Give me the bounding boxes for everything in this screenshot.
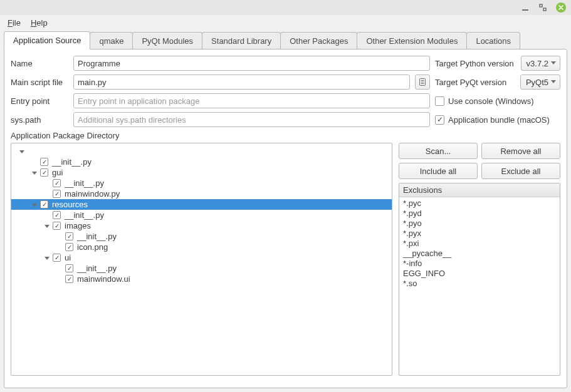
tree-node-label: __init__.py (63, 178, 104, 188)
window-titlebar (0, 0, 571, 15)
entry-point-label: Entry point (11, 96, 68, 106)
tree-node-label: __init__.py (63, 210, 104, 220)
tree-row[interactable]: __init__.py (11, 231, 392, 242)
tab-qmake[interactable]: qmake (90, 32, 133, 49)
tree-row[interactable]: mainwindow.py (11, 188, 392, 199)
app-bundle-label: Application bundle (macOS) (448, 115, 560, 125)
tree-row[interactable]: __init__.py (11, 157, 392, 167)
entry-point-input[interactable] (73, 93, 430, 108)
menu-help[interactable]: Help (27, 17, 51, 29)
exclusion-item[interactable]: __pycache__ (403, 249, 556, 259)
target-pyqt-value: PyQt5 (526, 78, 548, 87)
tree-node-checkbox[interactable] (53, 190, 61, 198)
sys-path-label: sys.path (11, 115, 68, 125)
tree-row[interactable]: gui (11, 167, 392, 178)
tree-row[interactable]: images (11, 220, 392, 231)
exclusion-item[interactable]: *.pyd (403, 209, 556, 219)
menu-bar: File Help (0, 15, 571, 30)
tree-node-checkbox[interactable] (65, 232, 73, 240)
name-input[interactable] (73, 56, 430, 71)
scan-button[interactable]: Scan... (399, 143, 478, 159)
browse-main-script-button[interactable] (415, 75, 430, 90)
tree-node-checkbox[interactable] (53, 211, 61, 219)
tree-node-label: resources (51, 200, 88, 209)
tree-expander-icon[interactable] (19, 148, 28, 155)
close-icon[interactable] (556, 3, 566, 13)
exclusions-box: Exclusions *.pyc*.pyd*.pyo*.pyx*.pxi__py… (399, 183, 560, 376)
exclude-all-button[interactable]: Exclude all (481, 163, 560, 179)
tree-row[interactable]: resources (11, 199, 392, 210)
exclusion-item[interactable]: *.pyc (403, 199, 556, 209)
tab-strip: Application SourceqmakePyQt ModulesStand… (0, 30, 571, 49)
exclusions-list[interactable]: *.pyc*.pyd*.pyo*.pyx*.pxi__pycache__*-in… (399, 197, 560, 290)
svg-rect-0 (522, 9, 528, 11)
tab-locations[interactable]: Locations (466, 32, 520, 49)
chevron-down-icon (551, 80, 556, 84)
tree-node-label: __init__.py (51, 157, 92, 167)
tree-node-label: mainwindow.ui (76, 274, 130, 284)
tree-node-label: __init__.py (76, 232, 117, 241)
package-directory-label: Application Package Directory (11, 131, 560, 140)
tab-other-extension-modules[interactable]: Other Extension Modules (357, 32, 467, 49)
tree-row[interactable] (11, 146, 392, 157)
tree-node-label: gui (51, 168, 63, 177)
tree-node-label: icon.png (76, 242, 108, 252)
tree-row[interactable]: mainwindow.ui (11, 274, 392, 284)
tab-other-packages[interactable]: Other Packages (280, 32, 357, 49)
use-console-label: Use console (Windows) (448, 96, 560, 106)
exclusion-item[interactable]: *.pyx (403, 229, 556, 239)
tree-row[interactable]: icon.png (11, 242, 392, 252)
tree-node-checkbox[interactable] (40, 168, 48, 177)
maximize-icon[interactable] (538, 3, 547, 12)
exclusion-item[interactable]: *.pyo (403, 219, 556, 229)
main-script-input[interactable] (73, 75, 410, 90)
main-script-label: Main script file (11, 78, 68, 87)
tab-application-source[interactable]: Application Source (4, 31, 90, 49)
exclusion-item[interactable]: *.so (403, 279, 556, 289)
tab-pyqt-modules[interactable]: PyQt Modules (132, 32, 202, 49)
minimize-icon[interactable] (521, 3, 530, 12)
package-tree[interactable]: __init__.pygui__init__.pymainwindow.pyre… (11, 143, 392, 376)
tree-node-label: images (63, 221, 91, 230)
tree-node-checkbox[interactable] (53, 222, 61, 230)
tree-node-label: __init__.py (76, 264, 117, 273)
tree-node-checkbox[interactable] (65, 275, 73, 283)
file-icon (418, 78, 427, 86)
tab-page-application-source: Name Target Python version v3.7.2 Main s… (4, 49, 567, 388)
tree-node-label: ui (63, 253, 71, 262)
target-python-label: Target Python version (435, 59, 517, 68)
tree-row[interactable]: ui (11, 252, 392, 263)
tree-expander-icon[interactable] (44, 255, 53, 261)
tree-node-checkbox[interactable] (40, 158, 48, 166)
tab-standard-library[interactable]: Standard Library (202, 32, 281, 49)
app-bundle-checkbox[interactable] (435, 115, 444, 125)
svg-rect-1 (540, 4, 542, 7)
tree-row[interactable]: __init__.py (11, 263, 392, 274)
target-python-value: v3.7.2 (526, 59, 548, 68)
sys-path-input[interactable] (73, 112, 430, 127)
tree-expander-icon[interactable] (31, 170, 40, 176)
target-python-combo[interactable]: v3.7.2 (521, 56, 560, 71)
tree-node-checkbox[interactable] (53, 254, 61, 262)
tree-node-checkbox[interactable] (40, 200, 48, 209)
tree-node-checkbox[interactable] (53, 179, 61, 187)
package-side-panel: Scan... Remove all Include all Exclude a… (399, 143, 560, 376)
target-pyqt-combo[interactable]: PyQt5 (520, 75, 560, 90)
menu-file[interactable]: File (4, 17, 24, 29)
tree-node-label: mainwindow.py (63, 189, 120, 199)
tree-expander-icon[interactable] (44, 223, 53, 229)
tree-node-checkbox[interactable] (65, 264, 73, 272)
tree-row[interactable]: __init__.py (11, 178, 392, 188)
use-console-checkbox[interactable] (435, 96, 444, 106)
exclusion-item[interactable]: *-info (403, 259, 556, 269)
tree-node-checkbox[interactable] (65, 243, 73, 251)
svg-rect-2 (543, 8, 546, 11)
target-pyqt-label: Target PyQt version (435, 78, 516, 87)
tree-row[interactable]: __init__.py (11, 210, 392, 220)
tree-expander-icon[interactable] (31, 202, 40, 208)
remove-all-button[interactable]: Remove all (481, 143, 560, 159)
exclusion-item[interactable]: EGG_INFO (403, 269, 556, 279)
include-all-button[interactable]: Include all (399, 163, 478, 179)
exclusion-item[interactable]: *.pxi (403, 239, 556, 249)
chevron-down-icon (551, 61, 556, 65)
